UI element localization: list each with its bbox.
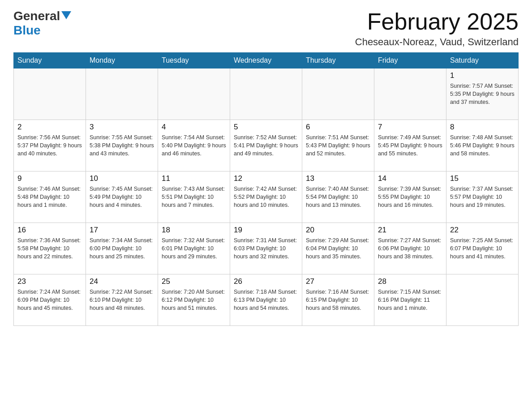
day-number: 27 [306, 277, 370, 286]
logo-general-text: General [13, 9, 60, 23]
calendar-cell: 22Sunrise: 7:25 AM Sunset: 6:07 PM Dayli… [446, 223, 519, 274]
logo: General Blue [13, 9, 71, 38]
day-info: Sunrise: 7:43 AM Sunset: 5:51 PM Dayligh… [162, 185, 226, 209]
day-number: 25 [162, 277, 226, 286]
day-number: 17 [90, 226, 154, 235]
day-number: 4 [162, 123, 226, 132]
day-number: 22 [450, 226, 515, 235]
day-info: Sunrise: 7:49 AM Sunset: 5:45 PM Dayligh… [378, 133, 442, 158]
day-info: Sunrise: 7:36 AM Sunset: 5:58 PM Dayligh… [17, 236, 82, 261]
day-info: Sunrise: 7:42 AM Sunset: 5:52 PM Dayligh… [234, 185, 298, 209]
day-info: Sunrise: 7:45 AM Sunset: 5:49 PM Dayligh… [90, 185, 154, 209]
calendar-cell: 28Sunrise: 7:15 AM Sunset: 6:16 PM Dayli… [374, 274, 446, 326]
calendar-cell: 20Sunrise: 7:29 AM Sunset: 6:04 PM Dayli… [302, 223, 374, 274]
day-number: 28 [378, 277, 442, 286]
calendar-cell: 10Sunrise: 7:45 AM Sunset: 5:49 PM Dayli… [86, 171, 158, 223]
day-info: Sunrise: 7:57 AM Sunset: 5:35 PM Dayligh… [450, 82, 515, 106]
day-info: Sunrise: 7:34 AM Sunset: 6:00 PM Dayligh… [90, 236, 154, 261]
calendar-cell [14, 68, 86, 120]
calendar-table: Sunday Monday Tuesday Wednesday Thursday… [13, 52, 519, 326]
day-info: Sunrise: 7:24 AM Sunset: 6:09 PM Dayligh… [17, 288, 82, 312]
calendar-cell [230, 68, 302, 120]
day-number: 23 [17, 277, 82, 286]
calendar-cell: 5Sunrise: 7:52 AM Sunset: 5:41 PM Daylig… [230, 120, 302, 171]
logo-triangle-icon [61, 11, 71, 19]
day-number: 19 [234, 226, 298, 235]
day-number: 5 [234, 123, 298, 132]
calendar-cell: 8Sunrise: 7:48 AM Sunset: 5:46 PM Daylig… [446, 120, 519, 171]
calendar-title: February 2025 [355, 9, 519, 34]
calendar-cell: 6Sunrise: 7:51 AM Sunset: 5:43 PM Daylig… [302, 120, 374, 171]
day-info: Sunrise: 7:31 AM Sunset: 6:03 PM Dayligh… [234, 236, 298, 261]
day-info: Sunrise: 7:32 AM Sunset: 6:01 PM Dayligh… [162, 236, 226, 261]
day-info: Sunrise: 7:27 AM Sunset: 6:06 PM Dayligh… [378, 236, 442, 261]
day-number: 15 [450, 174, 515, 183]
calendar-cell [158, 68, 230, 120]
day-number: 11 [162, 174, 226, 183]
calendar-cell: 18Sunrise: 7:32 AM Sunset: 6:01 PM Dayli… [158, 223, 230, 274]
calendar-cell: 19Sunrise: 7:31 AM Sunset: 6:03 PM Dayli… [230, 223, 302, 274]
calendar-cell: 1Sunrise: 7:57 AM Sunset: 5:35 PM Daylig… [446, 68, 519, 120]
day-number: 26 [234, 277, 298, 286]
calendar-cell: 21Sunrise: 7:27 AM Sunset: 6:06 PM Dayli… [374, 223, 446, 274]
day-number: 1 [450, 71, 515, 80]
day-number: 21 [378, 226, 442, 235]
day-number: 20 [306, 226, 370, 235]
calendar-cell: 14Sunrise: 7:39 AM Sunset: 5:55 PM Dayli… [374, 171, 446, 223]
col-monday: Monday [86, 53, 158, 68]
day-info: Sunrise: 7:56 AM Sunset: 5:37 PM Dayligh… [17, 133, 82, 158]
calendar-week-2: 2Sunrise: 7:56 AM Sunset: 5:37 PM Daylig… [14, 120, 519, 171]
day-info: Sunrise: 7:22 AM Sunset: 6:10 PM Dayligh… [90, 288, 154, 312]
col-saturday: Saturday [446, 53, 519, 68]
calendar-cell: 3Sunrise: 7:55 AM Sunset: 5:38 PM Daylig… [86, 120, 158, 171]
col-friday: Friday [374, 53, 446, 68]
day-info: Sunrise: 7:46 AM Sunset: 5:48 PM Dayligh… [17, 185, 82, 209]
calendar-cell: 7Sunrise: 7:49 AM Sunset: 5:45 PM Daylig… [374, 120, 446, 171]
day-number: 18 [162, 226, 226, 235]
calendar-cell: 16Sunrise: 7:36 AM Sunset: 5:58 PM Dayli… [14, 223, 86, 274]
calendar-cell: 11Sunrise: 7:43 AM Sunset: 5:51 PM Dayli… [158, 171, 230, 223]
col-sunday: Sunday [14, 53, 86, 68]
day-number: 7 [378, 123, 442, 132]
day-number: 8 [450, 123, 515, 132]
col-thursday: Thursday [302, 53, 374, 68]
day-info: Sunrise: 7:48 AM Sunset: 5:46 PM Dayligh… [450, 133, 515, 158]
calendar-cell: 15Sunrise: 7:37 AM Sunset: 5:57 PM Dayli… [446, 171, 519, 223]
day-info: Sunrise: 7:15 AM Sunset: 6:16 PM Dayligh… [378, 288, 442, 312]
day-info: Sunrise: 7:39 AM Sunset: 5:55 PM Dayligh… [378, 185, 442, 209]
day-number: 9 [17, 174, 82, 183]
calendar-cell: 4Sunrise: 7:54 AM Sunset: 5:40 PM Daylig… [158, 120, 230, 171]
day-info: Sunrise: 7:51 AM Sunset: 5:43 PM Dayligh… [306, 133, 370, 158]
day-number: 6 [306, 123, 370, 132]
calendar-cell: 13Sunrise: 7:40 AM Sunset: 5:54 PM Dayli… [302, 171, 374, 223]
calendar-week-4: 16Sunrise: 7:36 AM Sunset: 5:58 PM Dayli… [14, 223, 519, 274]
day-number: 2 [17, 123, 82, 132]
day-info: Sunrise: 7:29 AM Sunset: 6:04 PM Dayligh… [306, 236, 370, 261]
calendar-week-1: 1Sunrise: 7:57 AM Sunset: 5:35 PM Daylig… [14, 68, 519, 120]
day-number: 16 [17, 226, 82, 235]
logo-blue-text: Blue [13, 23, 41, 37]
day-number: 24 [90, 277, 154, 286]
col-tuesday: Tuesday [158, 53, 230, 68]
title-section: February 2025 Cheseaux-Noreaz, Vaud, Swi… [355, 9, 519, 48]
day-number: 14 [378, 174, 442, 183]
calendar-week-3: 9Sunrise: 7:46 AM Sunset: 5:48 PM Daylig… [14, 171, 519, 223]
calendar-cell [446, 274, 519, 326]
day-info: Sunrise: 7:18 AM Sunset: 6:13 PM Dayligh… [234, 288, 298, 312]
calendar-header-row: Sunday Monday Tuesday Wednesday Thursday… [14, 53, 519, 68]
day-info: Sunrise: 7:25 AM Sunset: 6:07 PM Dayligh… [450, 236, 515, 261]
calendar-cell: 9Sunrise: 7:46 AM Sunset: 5:48 PM Daylig… [14, 171, 86, 223]
calendar-cell [302, 68, 374, 120]
page-header: General Blue February 2025 Cheseaux-Nore… [13, 9, 519, 48]
calendar-week-5: 23Sunrise: 7:24 AM Sunset: 6:09 PM Dayli… [14, 274, 519, 326]
day-number: 10 [90, 174, 154, 183]
day-info: Sunrise: 7:40 AM Sunset: 5:54 PM Dayligh… [306, 185, 370, 209]
calendar-subtitle: Cheseaux-Noreaz, Vaud, Switzerland [355, 36, 519, 48]
svg-marker-0 [61, 11, 71, 19]
day-info: Sunrise: 7:55 AM Sunset: 5:38 PM Dayligh… [90, 133, 154, 158]
calendar-cell: 25Sunrise: 7:20 AM Sunset: 6:12 PM Dayli… [158, 274, 230, 326]
calendar-cell: 27Sunrise: 7:16 AM Sunset: 6:15 PM Dayli… [302, 274, 374, 326]
calendar-cell [374, 68, 446, 120]
calendar-cell: 23Sunrise: 7:24 AM Sunset: 6:09 PM Dayli… [14, 274, 86, 326]
calendar-cell: 24Sunrise: 7:22 AM Sunset: 6:10 PM Dayli… [86, 274, 158, 326]
